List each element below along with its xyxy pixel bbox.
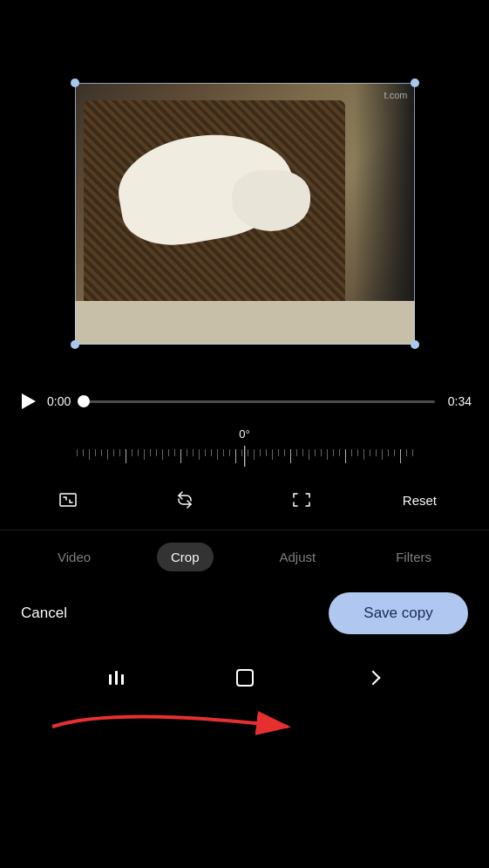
recents-icon bbox=[109, 671, 124, 685]
crop-handle-top-right[interactable] bbox=[411, 79, 419, 87]
tab-bar: Video Crop Adjust Filters bbox=[0, 530, 489, 584]
video-area: t.com bbox=[0, 0, 489, 375]
playback-bar: 0:00 0:34 bbox=[0, 375, 489, 424]
progress-bar[interactable] bbox=[84, 400, 435, 403]
play-icon bbox=[22, 393, 36, 409]
rotation-value: 0° bbox=[239, 427, 249, 441]
tab-crop[interactable]: Crop bbox=[157, 543, 214, 571]
nav-home-button[interactable] bbox=[228, 660, 262, 695]
save-copy-button[interactable]: Save copy bbox=[329, 592, 468, 634]
cancel-button[interactable]: Cancel bbox=[21, 605, 67, 622]
crop-handle-top-left[interactable] bbox=[71, 79, 79, 87]
rotation-ruler[interactable] bbox=[0, 446, 489, 467]
current-time: 0:00 bbox=[47, 394, 75, 408]
aspect-ratio-button[interactable] bbox=[52, 484, 84, 516]
crop-handle-bottom-left[interactable] bbox=[71, 340, 79, 349]
nav-back-button[interactable] bbox=[356, 660, 391, 695]
rotate-icon bbox=[174, 489, 195, 510]
crop-handle-bottom-right[interactable] bbox=[411, 340, 419, 349]
nav-recents-button[interactable] bbox=[99, 660, 134, 695]
video-frame bbox=[75, 83, 415, 345]
controls-area: 0:00 0:34 0° bbox=[0, 375, 489, 648]
svg-rect-0 bbox=[60, 494, 76, 506]
reset-button[interactable]: Reset bbox=[403, 493, 437, 508]
crop-image-container[interactable]: t.com bbox=[75, 83, 415, 345]
tab-video[interactable]: Video bbox=[44, 543, 105, 571]
home-icon bbox=[236, 669, 254, 687]
nav-bar bbox=[0, 648, 489, 713]
play-button[interactable] bbox=[17, 391, 38, 412]
rotation-area: 0° bbox=[0, 424, 489, 474]
action-bar: Cancel Save copy bbox=[0, 584, 489, 648]
rotate-button[interactable] bbox=[169, 484, 200, 516]
total-time: 0:34 bbox=[444, 394, 472, 408]
tab-adjust[interactable]: Adjust bbox=[265, 543, 329, 571]
center-line bbox=[244, 446, 246, 467]
crop-expand-icon bbox=[291, 489, 312, 510]
back-icon bbox=[365, 671, 380, 686]
crop-expand-button[interactable] bbox=[286, 484, 317, 516]
aspect-ratio-icon bbox=[58, 489, 78, 510]
watermark: t.com bbox=[384, 90, 408, 100]
tab-filters[interactable]: Filters bbox=[382, 543, 445, 571]
progress-thumb[interactable] bbox=[78, 395, 90, 407]
tool-icons-row: Reset bbox=[0, 474, 489, 530]
